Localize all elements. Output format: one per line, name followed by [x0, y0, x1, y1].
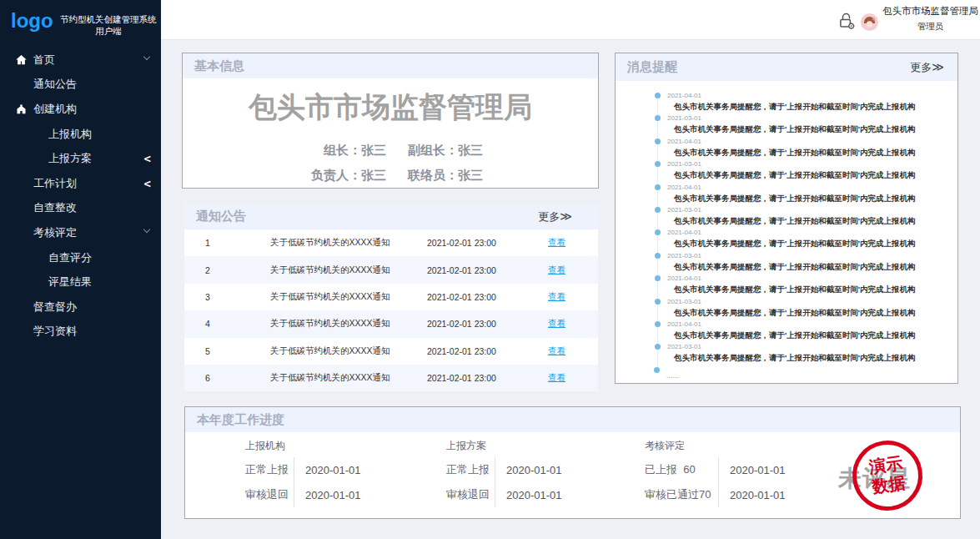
progress-col-report-org: 上报机构 正常上报2020-01-01 审核退回2020-01-01	[245, 439, 361, 507]
topbar: 包头市市场监督管理局 管理员	[161, 0, 980, 40]
message-item: 2021-04-01 包头市机关事务局提醒您，请于'上报开始和截至时间'内完成上…	[657, 92, 957, 114]
message-item: 2021-03-01 包头市机关事务局提醒您，请于'上报开始和截至时间'内完成上…	[657, 114, 957, 137]
notice-row: 2 关于低碳节约机关的XXXX通知 2021-02-01 23:00 查看	[184, 256, 598, 283]
message-item: 2021-03-01 包头市机关事务局提醒您，请于'上报开始和截至时间'内完成上…	[657, 252, 957, 275]
progress-col-assessment: 考核评定 已上报 602020-01-01 审核已通过702020-01-01	[645, 439, 786, 507]
notice-row: 5 关于低碳节约机关的XXXX通知 2021-02-01 23:00 查看	[184, 338, 598, 365]
home-icon	[15, 53, 28, 66]
notice-row: 3 关于低碳节约机关的XXXX通知 2021-02-01 23:00 查看	[184, 284, 598, 310]
progress-col-report-plan: 上报方案 正常上报2020-01-01 审核退回2020-01-01	[446, 439, 562, 507]
notices-list: 1 关于低碳节约机关的XXXX通知 2021-02-01 23:00 查看 2 …	[184, 229, 598, 391]
chevron-down-icon	[143, 226, 150, 233]
demo-data-stamp: 演示 数据	[848, 436, 927, 516]
sidebar-item-home[interactable]: 首页	[0, 48, 161, 73]
sidebar-nav: 首页 通知公告 创建机构 上报机构 上报方案< 工作计划< 自查整改 考核评定 …	[0, 48, 161, 344]
progress-header: 本年度工作进度	[185, 407, 960, 432]
org-name-title: 包头市市场监督管理局	[183, 88, 598, 127]
basic-info-panel: 基本信息 包头市市场监督管理局 组长：张三 副组长：张三 负责人：张三 联络员：…	[182, 53, 599, 189]
sidebar-item-work-plan[interactable]: 工作计划<	[0, 171, 161, 196]
sidebar-item-self-check[interactable]: 自查整改	[0, 196, 161, 221]
progress-panel: 本年度工作进度 上报机构 正常上报2020-01-01 审核退回2020-01-…	[184, 406, 961, 519]
logo: logo	[11, 12, 53, 30]
sidebar-item-report-org[interactable]: 上报机构	[0, 122, 161, 147]
sidebar-item-star-result[interactable]: 评星结果	[0, 270, 161, 295]
messages-panel: 消息提醒 更多≫ 2021-04-01 包头市机关事务局提醒您，请于'上报开始和…	[615, 53, 958, 384]
chevron-left-icon: <	[144, 152, 151, 165]
view-link[interactable]: 查看	[548, 291, 565, 301]
sidebar-item-supervision[interactable]: 督查督办	[0, 295, 161, 320]
notice-row: 4 关于低碳节约机关的XXXX通知 2021-02-01 23:00 查看	[184, 310, 598, 337]
message-item: 2021-03-01 包头市机关事务局提醒您，请于'上报开始和截至时间'内完成上…	[657, 206, 957, 229]
user-role: 管理员	[882, 21, 978, 33]
message-item: 2021-04-01 包头市机关事务局提醒您，请于'上报开始和截至时间'内完成上…	[657, 320, 957, 343]
message-item: 2021-03-01 包头市机关事务局提醒您，请于'上报开始和截至时间'内完成上…	[657, 298, 957, 320]
view-link[interactable]: 查看	[548, 372, 565, 382]
message-item: 2021-04-01 包头市机关事务局提醒您，请于'上报开始和截至时间'内完成上…	[657, 275, 957, 297]
message-item: 2021-03-01 包头市机关事务局提醒您，请于'上报开始和截至时间'内完成上…	[657, 160, 957, 183]
notices-more-link[interactable]: 更多≫	[538, 209, 572, 224]
view-link[interactable]: 查看	[548, 318, 565, 328]
message-item: 2021-04-01 包头市机关事务局提醒您，请于'上报开始和截至时间'内完成上…	[657, 138, 957, 160]
sidebar-item-self-score[interactable]: 自查评分	[0, 245, 161, 270]
system-title: 节约型机关创建管理系统 用户端	[59, 13, 158, 37]
view-link[interactable]: 查看	[548, 237, 565, 247]
sidebar-item-assessment[interactable]: 考核评定	[0, 220, 161, 245]
message-item: 2021-04-01 包头市机关事务局提醒您，请于'上报开始和截至时间'内完成上…	[657, 229, 957, 251]
messages-header: 消息提醒 更多≫	[616, 53, 957, 81]
user-org: 包头市市场监督管理局	[882, 5, 978, 18]
timeline-ellipsis: ......	[657, 366, 957, 378]
sidebar-item-notices[interactable]: 通知公告	[0, 73, 161, 98]
building-icon	[15, 103, 28, 115]
notices-header: 通知公告 更多≫	[184, 204, 598, 229]
chevron-left-icon: <	[144, 177, 151, 190]
basic-info-header: 基本信息	[183, 53, 598, 78]
sidebar-item-study[interactable]: 学习资料	[0, 320, 161, 345]
message-item: 2021-03-01 包头市机关事务局提醒您，请于'上报开始和截至时间'内完成上…	[657, 343, 957, 365]
logo-area: logo 节约型机关创建管理系统 用户端	[0, 0, 161, 37]
message-item: 2021-04-01 包头市机关事务局提醒您，请于'上报开始和截至时间'内完成上…	[657, 184, 957, 206]
message-timeline: 2021-04-01 包头市机关事务局提醒您，请于'上报开始和截至时间'内完成上…	[657, 92, 957, 366]
notices-panel: 通知公告 更多≫ 1 关于低碳节约机关的XXXX通知 2021-02-01 23…	[184, 204, 598, 391]
user-info: 包头市市场监督管理局 管理员	[882, 5, 978, 33]
lock-settings-icon[interactable]	[837, 11, 856, 30]
sidebar-item-report-plan[interactable]: 上报方案<	[0, 146, 161, 171]
notice-row: 1 关于低碳节约机关的XXXX通知 2021-02-01 23:00 查看	[184, 229, 598, 256]
avatar[interactable]	[861, 13, 878, 31]
chevron-down-icon	[143, 53, 150, 60]
sidebar-item-create-org[interactable]: 创建机构	[0, 97, 161, 122]
main-content: 基本信息 包头市市场监督管理局 组长：张三 副组长：张三 负责人：张三 联络员：…	[161, 40, 980, 539]
sidebar: logo 节约型机关创建管理系统 用户端 首页 通知公告 创建机构 上报机构 上…	[0, 0, 161, 539]
view-link[interactable]: 查看	[548, 264, 565, 275]
notice-row: 6 关于低碳节约机关的XXXX通知 2021-02-01 23:00 查看	[184, 365, 598, 391]
basic-info-fields: 组长：张三 副组长：张三 负责人：张三 联络员：张三	[183, 143, 598, 184]
messages-more-link[interactable]: 更多≫	[910, 60, 944, 75]
view-link[interactable]: 查看	[548, 345, 565, 355]
